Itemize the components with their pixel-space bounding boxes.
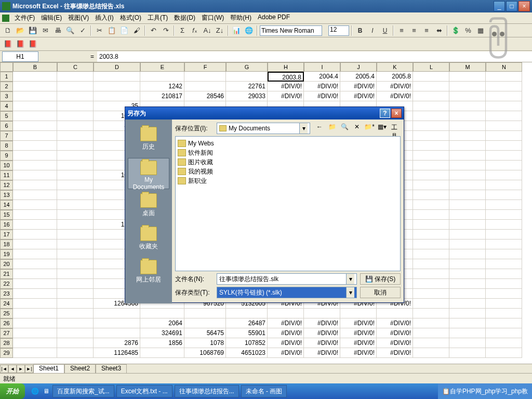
cancel-button[interactable]: 取消	[360, 287, 401, 298]
cell-J26[interactable]: #DIV/0!	[340, 318, 377, 328]
cut-button[interactable]: ✂	[94, 25, 105, 36]
row-header-20[interactable]: 20	[0, 259, 13, 269]
cell-B12[interactable]	[13, 180, 57, 190]
cell-L28[interactable]	[413, 338, 449, 348]
cell-N17[interactable]	[486, 230, 522, 240]
cell-L17[interactable]	[413, 230, 449, 240]
cell-E25[interactable]	[140, 309, 184, 318]
cell-L10[interactable]	[413, 161, 449, 170]
cell-C5[interactable]	[57, 111, 94, 121]
filename-input[interactable]: 往事缥缈总结报告.slk▾	[217, 273, 357, 285]
row-header-26[interactable]: 26	[0, 318, 13, 328]
cell-K25[interactable]	[377, 309, 413, 318]
cell-L26[interactable]	[413, 318, 449, 328]
cell-C24[interactable]	[57, 299, 94, 309]
cell-N25[interactable]	[486, 309, 522, 318]
italic-button[interactable]: I	[367, 25, 378, 36]
row-header-11[interactable]: 11	[0, 170, 13, 180]
cell-N11[interactable]	[486, 170, 522, 180]
file-item[interactable]: 软件新闻	[178, 148, 398, 157]
cell-N10[interactable]	[486, 161, 522, 170]
cell-C8[interactable]	[57, 141, 94, 151]
row-header-5[interactable]: 5	[0, 111, 13, 121]
place-4[interactable]: 网上邻居	[128, 258, 169, 289]
cell-F29[interactable]: 1068769	[184, 348, 226, 358]
back-button[interactable]: ←	[314, 123, 325, 134]
row-header-18[interactable]: 18	[0, 240, 13, 249]
row-header-16[interactable]: 16	[0, 220, 13, 230]
minimize-button[interactable]: _	[494, 1, 505, 11]
cell-F2[interactable]	[184, 82, 226, 91]
cell-M25[interactable]	[449, 309, 486, 318]
cell-M5[interactable]	[449, 111, 486, 121]
cell-M3[interactable]	[449, 91, 486, 101]
cell-N1[interactable]	[486, 72, 522, 82]
cell-G3[interactable]: 29033	[226, 91, 268, 101]
cell-J27[interactable]: #DIV/0!	[340, 328, 377, 338]
row-header-17[interactable]: 17	[0, 230, 13, 240]
cell-C28[interactable]	[57, 338, 94, 348]
save-button[interactable]: 💾 保存(S)	[360, 273, 401, 285]
cell-I2[interactable]: #DIV/0!	[304, 82, 340, 91]
col-header-I[interactable]: I	[304, 62, 340, 72]
row-header-28[interactable]: 28	[0, 338, 13, 348]
cell-N6[interactable]	[486, 121, 522, 131]
cell-L19[interactable]	[413, 249, 449, 259]
cell-B22[interactable]	[13, 279, 57, 289]
fx-button[interactable]: fₓ	[189, 25, 201, 36]
cell-B23[interactable]	[13, 289, 57, 299]
undo-button[interactable]: ↶	[148, 25, 159, 36]
cell-F27[interactable]: 56475	[184, 328, 226, 338]
cell-L14[interactable]	[413, 200, 449, 210]
place-1[interactable]: My Documents	[128, 158, 169, 189]
cell-D28[interactable]: 2876	[94, 338, 140, 348]
cell-K2[interactable]: #DIV/0!	[377, 82, 413, 91]
cell-B8[interactable]	[13, 141, 57, 151]
copy-button[interactable]: 📋	[106, 25, 117, 36]
cell-L5[interactable]	[413, 111, 449, 121]
sheet-tab-Sheet2[interactable]: Sheet2	[64, 364, 96, 373]
cell-N14[interactable]	[486, 200, 522, 210]
cell-N21[interactable]	[486, 269, 522, 279]
cell-C21[interactable]	[57, 269, 94, 279]
cell-B26[interactable]	[13, 318, 57, 328]
cell-L24[interactable]	[413, 299, 449, 309]
cell-N28[interactable]	[486, 338, 522, 348]
menu-编辑[interactable]: 编辑(E)	[38, 12, 65, 23]
cell-C29[interactable]	[57, 348, 94, 358]
menu-视图[interactable]: 视图(V)	[65, 12, 92, 23]
cell-B4[interactable]	[13, 101, 57, 111]
menu-文件[interactable]: 文件(F)	[11, 12, 38, 23]
menu-数据[interactable]: 数据(D)	[171, 12, 198, 23]
row-header-7[interactable]: 7	[0, 131, 13, 141]
row-header-2[interactable]: 2	[0, 82, 13, 91]
dialog-close-button[interactable]: ×	[391, 109, 402, 118]
cell-I29[interactable]: #DIV/0!	[304, 348, 340, 358]
cell-B3[interactable]	[13, 91, 57, 101]
row-header-29[interactable]: 29	[0, 348, 13, 358]
cell-F1[interactable]	[184, 72, 226, 82]
cell-I27[interactable]: #DIV/0!	[304, 328, 340, 338]
cell-M13[interactable]	[449, 190, 486, 200]
cell-B6[interactable]	[13, 121, 57, 131]
pdf3-button[interactable]: 📕	[27, 38, 38, 50]
cell-D27[interactable]	[94, 328, 140, 338]
new-button[interactable]: 🗋	[2, 25, 14, 36]
cell-N9[interactable]	[486, 151, 522, 161]
currency-button[interactable]: 💲	[450, 25, 461, 36]
cell-L13[interactable]	[413, 190, 449, 200]
cell-G25[interactable]	[226, 309, 268, 318]
col-header-H[interactable]: H	[268, 62, 304, 72]
row-header-1[interactable]: 1	[0, 72, 13, 82]
cell-G29[interactable]: 4651023	[226, 348, 268, 358]
row-header-23[interactable]: 23	[0, 289, 13, 299]
borders-button[interactable]: ▦	[475, 25, 486, 36]
col-header-C[interactable]: C	[57, 62, 94, 72]
menu-插入[interactable]: 插入(I)	[92, 12, 116, 23]
cell-M4[interactable]	[449, 101, 486, 111]
cell-C7[interactable]	[57, 131, 94, 141]
cell-H26[interactable]: #DIV/0!	[268, 318, 304, 328]
newfolder-button[interactable]: 📁*	[364, 123, 375, 134]
cell-B13[interactable]	[13, 190, 57, 200]
cell-M16[interactable]	[449, 220, 486, 230]
